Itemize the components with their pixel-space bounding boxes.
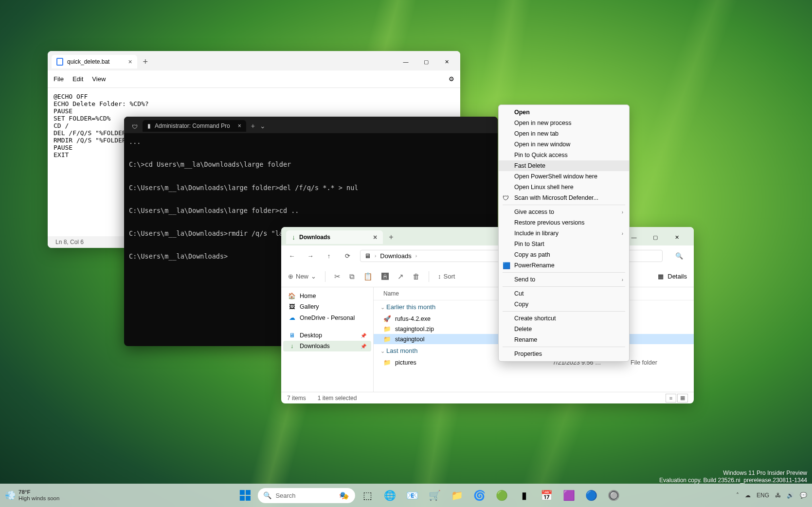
app-icon[interactable]: 🔘 — [604, 486, 623, 505]
maximize-button[interactable]: ▢ — [645, 230, 666, 245]
context-menu-item[interactable]: Fast Delete — [499, 160, 629, 171]
list-view-icon[interactable]: ≡ — [666, 394, 676, 402]
terminal-tab-strip: ▮ Administrator: Command Pro × + ⌄ — [124, 117, 498, 133]
app-icon[interactable]: 🟪 — [559, 486, 578, 505]
context-menu-item[interactable]: Properties — [499, 349, 629, 359]
menu-item-label: Pin to Quick access — [514, 152, 568, 158]
context-menu-item[interactable]: Restore previous versions — [499, 217, 629, 228]
close-tab-icon[interactable]: × — [373, 233, 377, 241]
search-icon[interactable]: 🔍 — [669, 252, 689, 260]
app-icon[interactable]: 📧 — [402, 486, 422, 505]
context-menu-item[interactable]: Copy as path — [499, 249, 629, 260]
sidebar-item-onedrive[interactable]: ☁OneDrive - Personal — [283, 312, 371, 323]
explorer-tab-strip: ↓ Downloads × + — ▢ ✕ — [281, 227, 694, 245]
refresh-button[interactable]: ⟳ — [342, 252, 353, 260]
notepad-tab-title: quick_delete.bat — [67, 58, 109, 65]
new-tab-button[interactable]: + — [251, 122, 255, 130]
cursor-position: Ln 8, Col 6 — [55, 239, 84, 245]
context-menu-item[interactable]: Open in new window — [499, 139, 629, 150]
copy-icon[interactable]: ⧉ — [349, 272, 355, 281]
context-menu-item[interactable]: Rename — [499, 334, 629, 345]
onedrive-tray-icon[interactable]: ☁ — [745, 492, 751, 499]
menu-item-label: Open in new window — [514, 141, 570, 148]
explorer-taskbar-icon[interactable]: 📁 — [447, 486, 467, 505]
minimize-button[interactable]: — — [396, 55, 415, 69]
context-menu-item[interactable]: Open PowerShell window here — [499, 171, 629, 182]
close-window-button[interactable]: ✕ — [667, 230, 687, 245]
details-button[interactable]: Details — [668, 273, 687, 280]
chrome-icon[interactable]: 🟢 — [492, 486, 511, 505]
close-tab-icon[interactable]: × — [128, 58, 132, 66]
cut-icon[interactable]: ✂ — [334, 272, 341, 281]
terminal-taskbar-icon[interactable]: ▮ — [514, 486, 534, 505]
sidebar-item-gallery[interactable]: 🖼Gallery — [283, 301, 371, 312]
edge-icon[interactable]: 🌀 — [469, 486, 489, 505]
sort-button[interactable]: ↕ Sort — [438, 273, 455, 280]
menu-item-label: Pin to Start — [514, 241, 544, 247]
context-menu-item[interactable]: Delete — [499, 324, 629, 334]
language-indicator[interactable]: ENG — [757, 492, 769, 499]
explorer-tab[interactable]: ↓ Downloads × — [286, 230, 383, 244]
sidebar-item-downloads[interactable]: ↓Downloads📌 — [283, 341, 371, 351]
app-icon[interactable]: 🌐 — [380, 486, 399, 505]
context-menu-item[interactable]: Copy — [499, 299, 629, 310]
back-button[interactable]: ← — [286, 252, 298, 260]
context-menu-item[interactable]: Cut — [499, 288, 629, 299]
context-menu-item[interactable]: Create shortcut — [499, 313, 629, 324]
notepad-tab[interactable]: quick_delete.bat × — [52, 55, 137, 69]
menu-item-label: Open PowerShell window here — [514, 173, 597, 180]
new-tab-button[interactable]: + — [389, 233, 393, 242]
new-tab-button[interactable]: + — [143, 57, 148, 67]
file-icon: 🚀 — [383, 315, 392, 322]
rename-icon[interactable]: 🅰 — [381, 272, 389, 280]
app-icon[interactable]: 🛒 — [425, 486, 444, 505]
context-menu-item[interactable]: Pin to Quick access — [499, 150, 629, 160]
task-view-button[interactable]: ⬚ — [358, 486, 377, 505]
menu-view[interactable]: View — [92, 75, 106, 83]
context-menu-item[interactable]: Open in new tab — [499, 128, 629, 139]
delete-icon[interactable]: 🗑 — [413, 272, 420, 280]
download-icon: ↓ — [292, 233, 295, 241]
sidebar-item-home[interactable]: 🏠Home — [283, 290, 371, 301]
forward-button[interactable]: → — [305, 252, 316, 260]
weather-widget[interactable]: 💨 78°F High winds soon — [5, 489, 59, 502]
context-menu-item[interactable]: Open — [499, 107, 629, 118]
context-menu-item[interactable]: Include in library› — [499, 228, 629, 239]
menu-separator — [503, 272, 625, 273]
taskbar-search[interactable]: 🔍 Search 🎭 — [257, 488, 355, 503]
notification-icon[interactable]: 💬 — [800, 492, 807, 499]
tab-dropdown-icon[interactable]: ⌄ — [260, 122, 266, 130]
settings-gear-icon[interactable]: ⚙ — [449, 75, 454, 83]
new-button[interactable]: ⊕ New ⌄ — [288, 273, 316, 280]
context-menu-item[interactable]: Give access to› — [499, 207, 629, 217]
menu-file[interactable]: File — [54, 75, 64, 83]
context-menu-item[interactable]: Pin to Start — [499, 239, 629, 249]
app-icon[interactable]: 📅 — [537, 486, 556, 505]
menu-item-label: Scan with Microsoft Defender... — [514, 194, 598, 201]
sidebar-item-desktop[interactable]: 🖥Desktop📌 — [283, 330, 371, 341]
breadcrumb-downloads[interactable]: Downloads — [380, 252, 411, 260]
context-menu-item[interactable]: 🟦PowerRename — [499, 260, 629, 271]
start-button[interactable] — [235, 486, 254, 505]
close-tab-icon[interactable]: × — [238, 122, 241, 129]
notepad-menu-bar: File Edit View ⚙ — [48, 70, 460, 88]
grid-view-icon[interactable]: ▦ — [677, 394, 688, 402]
maximize-button[interactable]: ▢ — [416, 55, 436, 69]
tray-chevron-icon[interactable]: ˄ — [736, 492, 739, 499]
network-icon[interactable]: 🖧 — [775, 492, 781, 499]
menu-item-label: Rename — [514, 336, 537, 343]
context-menu-item[interactable]: Open in new process — [499, 118, 629, 128]
app-icon[interactable]: 🔵 — [581, 486, 601, 505]
context-menu-item[interactable]: Send to› — [499, 274, 629, 285]
context-menu-item[interactable]: Open Linux shell here — [499, 182, 629, 192]
paste-icon[interactable]: 📋 — [363, 272, 373, 281]
up-button[interactable]: ↑ — [323, 252, 335, 260]
menu-edit[interactable]: Edit — [72, 75, 83, 83]
terminal-tab[interactable]: ▮ Administrator: Command Pro × — [143, 120, 246, 132]
volume-icon[interactable]: 🔊 — [787, 492, 794, 499]
context-menu-item[interactable]: 🛡Scan with Microsoft Defender... — [499, 192, 629, 203]
menu-item-label: Send to — [514, 276, 535, 283]
close-window-button[interactable]: ✕ — [437, 55, 456, 69]
share-icon[interactable]: ↗ — [397, 272, 404, 281]
chevron-right-icon: › — [415, 253, 417, 259]
